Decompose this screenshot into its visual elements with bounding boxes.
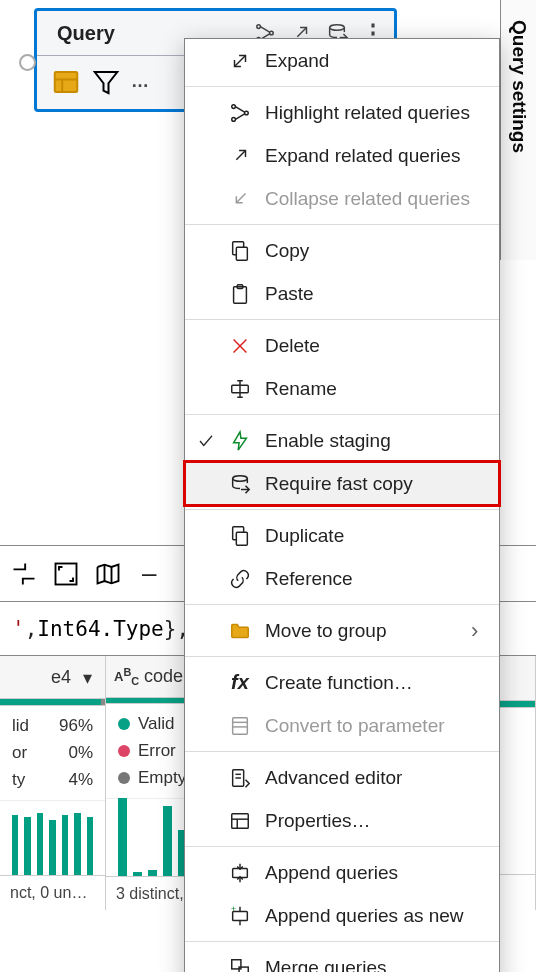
menu-item-properties-[interactable]: Properties…	[185, 799, 499, 842]
menu-item-label: Append queries	[265, 862, 487, 884]
svg-marker-15	[95, 72, 118, 93]
svg-line-23	[235, 106, 244, 112]
stat-value: 4%	[68, 770, 93, 790]
menu-item-label: Require fast copy	[265, 473, 487, 495]
svg-rect-27	[236, 247, 247, 260]
query-settings-panel[interactable]: Query settings	[500, 0, 536, 260]
menu-item-label: Expand related queries	[265, 145, 487, 167]
menu-item-duplicate[interactable]: Duplicate	[185, 514, 499, 557]
menu-item-append-queries[interactable]: Append queries	[185, 851, 499, 894]
delete-icon	[229, 335, 251, 357]
menu-item-enable-staging[interactable]: Enable staging	[185, 419, 499, 462]
svg-point-6	[270, 31, 274, 35]
menu-item-label: Merge queries	[265, 957, 487, 973]
filter-icon	[91, 67, 121, 97]
parameter-icon	[229, 715, 251, 737]
menu-item-copy[interactable]: Copy	[185, 229, 499, 272]
expand-icon	[229, 50, 251, 72]
context-menu: ExpandHighlight related queriesExpand re…	[184, 38, 500, 972]
append-new-icon: +	[229, 905, 251, 927]
svg-rect-40	[233, 717, 248, 734]
menu-item-highlight-related-queries[interactable]: Highlight related queries	[185, 91, 499, 134]
menu-item-advanced-editor[interactable]: Advanced editor	[185, 756, 499, 799]
svg-line-7	[260, 27, 269, 32]
formula-text: ,	[25, 617, 38, 641]
menu-item-rename[interactable]: Rename	[185, 367, 499, 410]
svg-point-21	[232, 117, 236, 121]
menu-item-paste[interactable]: Paste	[185, 272, 499, 315]
copy-icon	[229, 240, 251, 262]
type-icon: ABC	[114, 666, 138, 687]
svg-point-10	[330, 25, 345, 31]
svg-rect-46	[232, 813, 249, 828]
menu-item-merge-queries[interactable]: Merge queries	[185, 946, 499, 972]
menu-item-expand[interactable]: Expand	[185, 39, 499, 82]
rename-icon	[229, 378, 251, 400]
quality-bar	[0, 699, 105, 706]
eraser-icon[interactable]	[10, 560, 38, 588]
menu-item-label: Reference	[265, 568, 487, 590]
stat-value: 96%	[59, 716, 93, 736]
table-source-icon	[51, 67, 81, 97]
paste-icon	[229, 283, 251, 305]
chevron-right-icon: ›	[471, 618, 487, 644]
node-connector[interactable]	[19, 54, 36, 71]
svg-point-4	[257, 25, 261, 29]
menu-item-create-function-[interactable]: fxCreate function…	[185, 661, 499, 704]
menu-item-label: Highlight related queries	[265, 102, 487, 124]
svg-marker-36	[234, 431, 247, 449]
fast-copy-icon	[229, 473, 251, 495]
menu-item-label: Enable staging	[265, 430, 487, 452]
stat-label: lid	[12, 716, 59, 736]
menu-item-convert-to-parameter: Convert to parameter	[185, 704, 499, 747]
stat-value: 0%	[68, 743, 93, 763]
formula-text: Int64.Type	[37, 617, 163, 641]
histogram	[0, 800, 105, 875]
zoom-indicator: –	[142, 558, 156, 589]
menu-item-move-to-group[interactable]: Move to group›	[185, 609, 499, 652]
menu-item-label: Append queries as new	[265, 905, 487, 927]
menu-item-append-queries-as-new[interactable]: +Append queries as new	[185, 894, 499, 937]
formula-text: '	[12, 617, 25, 641]
svg-text:+: +	[231, 905, 236, 914]
menu-item-label: Expand	[265, 50, 487, 72]
menu-item-label: Advanced editor	[265, 767, 487, 789]
column-header[interactable]: e4 ▾	[0, 656, 105, 699]
formula-text: }	[164, 617, 177, 641]
menu-item-label: Rename	[265, 378, 487, 400]
fit-icon[interactable]	[52, 560, 80, 588]
svg-point-22	[245, 111, 249, 115]
menu-item-delete[interactable]: Delete	[185, 324, 499, 367]
menu-item-label: Paste	[265, 283, 487, 305]
svg-line-9	[297, 28, 306, 37]
dropdown-icon[interactable]: ▾	[77, 667, 97, 687]
svg-line-19	[235, 55, 246, 66]
column-name: e4	[8, 667, 71, 688]
duplicate-icon	[229, 525, 251, 547]
menu-item-expand-related-queries[interactable]: Expand related queries	[185, 134, 499, 177]
collapse-arrow-icon	[229, 188, 251, 210]
more-steps[interactable]: …	[131, 71, 149, 92]
map-icon[interactable]	[94, 560, 122, 588]
menu-item-collapse-related-queries: Collapse related queries	[185, 177, 499, 220]
stat-row: ty4%	[12, 770, 93, 790]
menu-item-label: Delete	[265, 335, 487, 357]
svg-point-37	[233, 475, 248, 481]
stat-label: ty	[12, 770, 68, 790]
check-icon	[197, 432, 215, 450]
svg-line-24	[235, 113, 244, 119]
menu-item-label: Create function…	[265, 672, 487, 694]
svg-line-25	[236, 150, 245, 159]
svg-point-20	[232, 104, 236, 108]
menu-item-label: Copy	[265, 240, 487, 262]
grid-column: e4 ▾ lid96% or0% ty4% nct, 0 un…	[0, 656, 106, 910]
highlight-icon	[229, 102, 251, 124]
svg-line-26	[236, 193, 245, 202]
menu-item-label: Properties…	[265, 810, 487, 832]
menu-item-reference[interactable]: Reference	[185, 557, 499, 600]
menu-item-label: Move to group	[265, 620, 457, 642]
svg-rect-39	[236, 532, 247, 545]
stat-row: or0%	[12, 743, 93, 763]
menu-item-require-fast-copy[interactable]: Require fast copy	[185, 462, 499, 505]
append-icon	[229, 862, 251, 884]
